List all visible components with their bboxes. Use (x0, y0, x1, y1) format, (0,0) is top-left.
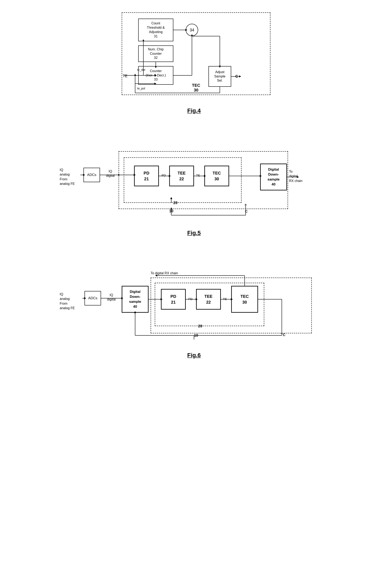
fig5-tec30-block: TEC 30 (204, 166, 229, 186)
fig5-to-digital-label: To digital RX chain (289, 169, 302, 183)
fig6-iq-analog-label: IQ analog From analog FE (60, 292, 82, 311)
fig6-te-label: TE (223, 297, 227, 301)
fig6-diagram: IQ analog From analog FE ADCs IQ digital… (60, 265, 328, 348)
fig6-block10-label: 10 (194, 333, 198, 338)
fig5-diagram: IQ analog From analog FE ADCs IQ digital… (60, 139, 328, 226)
count-threshold-block: Count Threshold & Adjusting 31 (138, 19, 173, 41)
fig5-adcs-block: ADCs (83, 168, 100, 182)
fig5-block20-label: 20 (173, 201, 177, 205)
fig6-iq-digital-label: IQ digital (103, 293, 120, 302)
fig5-block10-label: 10 (169, 209, 173, 213)
fig5-iq-digital-label: IQ digital (102, 169, 119, 178)
fig5-pd21-block: PD 21 (134, 166, 159, 186)
fig6-tec30-block: TEC 30 (231, 286, 258, 313)
fig4-label: Fig.4 (187, 107, 201, 114)
tec30-label: TEC 30 (192, 83, 200, 93)
fig6-pd-label: PD (188, 297, 193, 301)
fig5-label: Fig.5 (187, 230, 201, 236)
adjust-sample-block: Adjust Sample Sel. (208, 66, 231, 87)
fig5-tee22-block: TEE 22 (169, 166, 194, 186)
te-label: TE (123, 74, 127, 78)
num-chip-block: Num. Chip Counter 32 (138, 46, 173, 62)
fig6-tee22-block: TEE 22 (196, 289, 221, 310)
c-label: C (235, 74, 238, 79)
fig6-pd21-block: PD 21 (161, 289, 186, 310)
te-pol-label: te_pol (137, 87, 145, 90)
fig5-digital-downsample-block: Digital Down- sample 40 (260, 164, 287, 190)
fig5-section: IQ analog From analog FE ADCs IQ digital… (4, 135, 384, 236)
fig4-section: TEC 30 Count Threshold & Adjusting 31 Nu… (4, 8, 384, 114)
fig5-c-label: C (245, 210, 247, 213)
fig6-section: IQ analog From analog FE ADCs IQ digital… (4, 261, 384, 358)
fig6-block20-label: 20 (198, 324, 202, 329)
fig5-pd-label: PD (162, 173, 166, 177)
fig6-adcs-block: ADCs (84, 291, 101, 306)
fig5-te-label: TE (196, 173, 200, 177)
fig6-label: Fig.6 (187, 352, 201, 358)
te-det-label: te_det (137, 68, 145, 71)
fig6-to-digital-label: To digital RX chain (151, 271, 178, 275)
fig5-iq-analog-label: IQ analog From analog FE (60, 168, 80, 186)
fig6-c-label: C (283, 333, 285, 337)
circle34: 34 (186, 24, 198, 36)
fig6-digital-downsample-block: Digital Down- sample 40 (122, 286, 148, 313)
fig4-diagram: TEC 30 Count Threshold & Adjusting 31 Nu… (105, 12, 283, 103)
